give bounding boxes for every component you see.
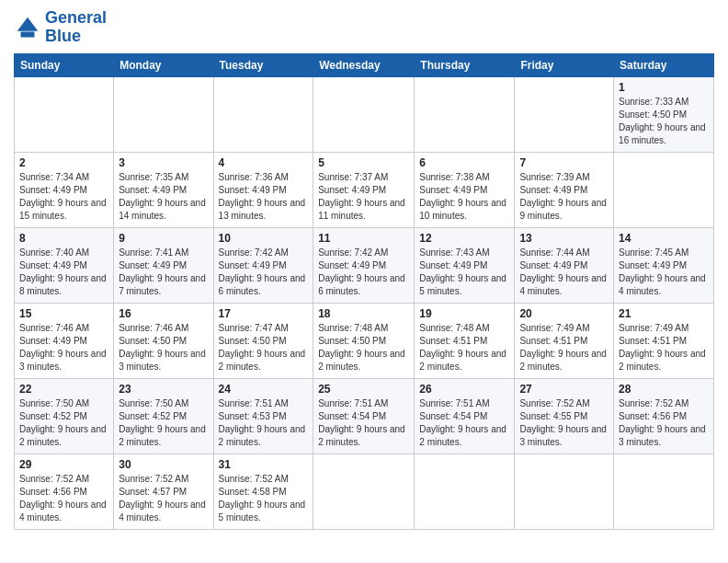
day-info: Sunrise: 7:51 AMSunset: 4:54 PMDaylight:…	[318, 398, 405, 447]
day-number: 19	[419, 307, 509, 320]
table-row: 24 Sunrise: 7:51 AMSunset: 4:53 PMDaylig…	[213, 378, 313, 454]
table-row: 31 Sunrise: 7:52 AMSunset: 4:58 PMDaylig…	[213, 454, 313, 529]
day-number: 27	[519, 383, 609, 396]
day-number: 12	[419, 232, 509, 245]
day-info: Sunrise: 7:51 AMSunset: 4:54 PMDaylight:…	[419, 398, 506, 447]
table-row: 18 Sunrise: 7:48 AMSunset: 4:50 PMDaylig…	[313, 303, 415, 378]
day-number: 7	[519, 156, 609, 169]
calendar-header-row: Sunday Monday Tuesday Wednesday Thursday…	[15, 53, 714, 76]
day-number: 23	[119, 383, 208, 396]
calendar-week-row: 22 Sunrise: 7:50 AMSunset: 4:52 PMDaylig…	[15, 378, 714, 454]
day-info: Sunrise: 7:49 AMSunset: 4:51 PMDaylight:…	[519, 323, 607, 372]
day-info: Sunrise: 7:46 AMSunset: 4:50 PMDaylight:…	[119, 323, 206, 372]
table-row: 4 Sunrise: 7:36 AMSunset: 4:49 PMDayligh…	[213, 152, 313, 227]
day-number: 18	[318, 307, 409, 320]
table-row: 15 Sunrise: 7:46 AMSunset: 4:49 PMDaylig…	[15, 303, 114, 378]
calendar-week-row: 15 Sunrise: 7:46 AMSunset: 4:49 PMDaylig…	[15, 303, 714, 378]
day-info: Sunrise: 7:36 AMSunset: 4:49 PMDaylight:…	[219, 172, 306, 221]
calendar-week-row: 1 Sunrise: 7:33 AMSunset: 4:50 PMDayligh…	[15, 76, 714, 152]
calendar-week-row: 2 Sunrise: 7:34 AMSunset: 4:49 PMDayligh…	[15, 152, 714, 227]
table-row: 17 Sunrise: 7:47 AMSunset: 4:50 PMDaylig…	[213, 303, 313, 378]
table-row: 23 Sunrise: 7:50 AMSunset: 4:52 PMDaylig…	[114, 378, 213, 454]
table-row: 26 Sunrise: 7:51 AMSunset: 4:54 PMDaylig…	[415, 378, 515, 454]
day-number: 20	[519, 307, 609, 320]
table-row	[515, 76, 614, 152]
table-row	[313, 454, 415, 529]
col-monday: Monday	[114, 53, 213, 76]
calendar-week-row: 29 Sunrise: 7:52 AMSunset: 4:56 PMDaylig…	[15, 454, 714, 529]
day-info: Sunrise: 7:44 AMSunset: 4:49 PMDaylight:…	[519, 247, 607, 296]
day-info: Sunrise: 7:46 AMSunset: 4:49 PMDaylight:…	[19, 323, 107, 372]
day-info: Sunrise: 7:35 AMSunset: 4:49 PMDaylight:…	[119, 172, 206, 221]
day-number: 3	[119, 156, 208, 169]
logo-icon	[14, 14, 41, 41]
day-number: 28	[619, 383, 709, 396]
table-row: 2 Sunrise: 7:34 AMSunset: 4:49 PMDayligh…	[15, 152, 114, 227]
day-number: 5	[318, 156, 409, 169]
col-sunday: Sunday	[15, 53, 114, 76]
day-number: 22	[19, 383, 108, 396]
logo-text: General Blue	[45, 9, 107, 46]
day-number: 30	[119, 458, 208, 471]
table-row: 7 Sunrise: 7:39 AMSunset: 4:49 PMDayligh…	[515, 152, 614, 227]
table-row: 12 Sunrise: 7:43 AMSunset: 4:49 PMDaylig…	[415, 227, 515, 303]
day-info: Sunrise: 7:42 AMSunset: 4:49 PMDaylight:…	[219, 247, 306, 296]
table-row	[515, 454, 614, 529]
table-row: 5 Sunrise: 7:37 AMSunset: 4:49 PMDayligh…	[313, 152, 415, 227]
day-info: Sunrise: 7:33 AMSunset: 4:50 PMDaylight:…	[619, 97, 706, 145]
day-number: 4	[219, 156, 309, 169]
col-saturday: Saturday	[614, 53, 714, 76]
table-row: 28 Sunrise: 7:52 AMSunset: 4:56 PMDaylig…	[614, 378, 714, 454]
table-row	[614, 152, 714, 227]
day-info: Sunrise: 7:37 AMSunset: 4:49 PMDaylight:…	[318, 172, 405, 221]
day-info: Sunrise: 7:39 AMSunset: 4:49 PMDaylight:…	[519, 172, 607, 221]
table-row	[614, 454, 714, 529]
svg-rect-1	[21, 31, 35, 37]
day-number: 24	[219, 383, 309, 396]
day-info: Sunrise: 7:49 AMSunset: 4:51 PMDaylight:…	[619, 323, 706, 372]
table-row: 27 Sunrise: 7:52 AMSunset: 4:55 PMDaylig…	[515, 378, 614, 454]
day-number: 15	[19, 307, 108, 320]
day-info: Sunrise: 7:41 AMSunset: 4:49 PMDaylight:…	[119, 247, 206, 296]
table-row: 1 Sunrise: 7:33 AMSunset: 4:50 PMDayligh…	[614, 76, 714, 152]
day-number: 14	[619, 232, 709, 245]
day-number: 13	[519, 232, 609, 245]
table-row	[15, 76, 114, 152]
col-thursday: Thursday	[415, 53, 515, 76]
day-number: 29	[19, 458, 108, 471]
table-row	[415, 76, 515, 152]
table-row: 20 Sunrise: 7:49 AMSunset: 4:51 PMDaylig…	[515, 303, 614, 378]
day-info: Sunrise: 7:48 AMSunset: 4:50 PMDaylight:…	[318, 323, 405, 372]
table-row	[114, 76, 213, 152]
day-info: Sunrise: 7:38 AMSunset: 4:49 PMDaylight:…	[419, 172, 506, 221]
table-row: 6 Sunrise: 7:38 AMSunset: 4:49 PMDayligh…	[415, 152, 515, 227]
day-number: 17	[219, 307, 309, 320]
col-friday: Friday	[515, 53, 614, 76]
day-number: 11	[318, 232, 409, 245]
table-row: 9 Sunrise: 7:41 AMSunset: 4:49 PMDayligh…	[114, 227, 213, 303]
day-number: 31	[219, 458, 309, 471]
day-info: Sunrise: 7:45 AMSunset: 4:49 PMDaylight:…	[619, 247, 706, 296]
table-row: 11 Sunrise: 7:42 AMSunset: 4:49 PMDaylig…	[313, 227, 415, 303]
table-row: 19 Sunrise: 7:48 AMSunset: 4:51 PMDaylig…	[415, 303, 515, 378]
day-number: 26	[419, 383, 509, 396]
day-number: 8	[19, 232, 108, 245]
day-info: Sunrise: 7:52 AMSunset: 4:56 PMDaylight:…	[619, 398, 706, 447]
day-info: Sunrise: 7:52 AMSunset: 4:56 PMDaylight:…	[19, 474, 107, 523]
day-number: 16	[119, 307, 208, 320]
table-row: 16 Sunrise: 7:46 AMSunset: 4:50 PMDaylig…	[114, 303, 213, 378]
header: General Blue	[14, 9, 714, 46]
table-row	[415, 454, 515, 529]
table-row: 29 Sunrise: 7:52 AMSunset: 4:56 PMDaylig…	[15, 454, 114, 529]
day-number: 9	[119, 232, 208, 245]
table-row: 13 Sunrise: 7:44 AMSunset: 4:49 PMDaylig…	[515, 227, 614, 303]
col-wednesday: Wednesday	[313, 53, 415, 76]
day-info: Sunrise: 7:48 AMSunset: 4:51 PMDaylight:…	[419, 323, 506, 372]
table-row: 3 Sunrise: 7:35 AMSunset: 4:49 PMDayligh…	[114, 152, 213, 227]
table-row: 21 Sunrise: 7:49 AMSunset: 4:51 PMDaylig…	[614, 303, 714, 378]
calendar: Sunday Monday Tuesday Wednesday Thursday…	[14, 53, 714, 530]
day-number: 25	[318, 383, 409, 396]
table-row	[313, 76, 415, 152]
day-number: 21	[619, 307, 709, 320]
day-info: Sunrise: 7:42 AMSunset: 4:49 PMDaylight:…	[318, 247, 405, 296]
